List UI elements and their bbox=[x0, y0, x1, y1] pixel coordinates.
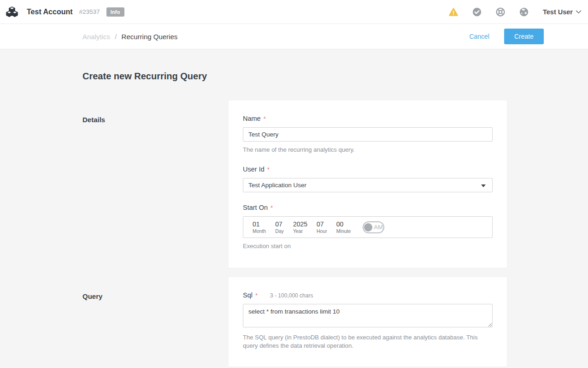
cubes-logo-icon[interactable] bbox=[6, 6, 18, 18]
page-title: Create new Recurring Query bbox=[82, 71, 588, 82]
select-caret-icon bbox=[481, 184, 486, 187]
globe-icon[interactable] bbox=[519, 7, 529, 17]
start-on-label: Start On bbox=[243, 204, 268, 211]
help-lifebuoy-icon[interactable] bbox=[495, 7, 506, 17]
details-card: Name * The name of the recurring analyti… bbox=[229, 101, 507, 268]
sql-field: Sql * 3 - 100,000 chars select * from tr… bbox=[243, 291, 493, 350]
user-id-selected-value: Test Application User bbox=[248, 182, 306, 189]
account-id: #23537 bbox=[79, 8, 100, 15]
year-label: Year bbox=[293, 228, 307, 234]
check-circle-icon[interactable] bbox=[472, 7, 482, 17]
breadcrumb-bar: Analytics / Recurring Queries Cancel Cre… bbox=[0, 24, 588, 49]
sql-required-mark: * bbox=[255, 292, 258, 299]
year-value: 2025 bbox=[293, 220, 307, 228]
sql-label: Sql bbox=[243, 291, 253, 299]
name-label-row: Name * bbox=[243, 115, 493, 122]
query-section: Query Sql * 3 - 100,000 chars select * f… bbox=[82, 277, 588, 367]
name-label: Name bbox=[243, 115, 261, 122]
user-menu[interactable]: Test User bbox=[543, 8, 582, 16]
name-required-mark: * bbox=[264, 115, 266, 122]
hour-value: 07 bbox=[317, 220, 327, 228]
account-name: Test Account bbox=[27, 8, 73, 16]
breadcrumb: Analytics / Recurring Queries bbox=[82, 33, 177, 41]
hour-label: Hour bbox=[317, 228, 327, 234]
user-id-label: User Id bbox=[243, 166, 265, 173]
day-label: Day bbox=[275, 228, 284, 234]
name-help-text: The name of the recurring analytics quer… bbox=[243, 146, 493, 154]
sql-textarea[interactable]: select * from transactions limit 10 bbox=[243, 304, 493, 327]
month-segment[interactable]: 01 Month bbox=[253, 220, 266, 234]
user-name: Test User bbox=[543, 8, 573, 16]
topbar-left: Test Account #23537 Info bbox=[6, 6, 124, 18]
breadcrumb-analytics[interactable]: Analytics bbox=[82, 33, 110, 41]
topbar: Test Account #23537 Info bbox=[0, 0, 588, 24]
query-section-label: Query bbox=[82, 277, 229, 367]
minute-value: 00 bbox=[336, 220, 351, 228]
details-section-label: Details bbox=[82, 101, 229, 268]
sql-help-text: The SQL query (in PrestoDB dialect) to b… bbox=[243, 333, 493, 350]
start-on-label-row: Start On * bbox=[243, 204, 493, 211]
meridiem-label: AM bbox=[374, 224, 383, 231]
name-field: Name * The name of the recurring analyti… bbox=[243, 115, 493, 154]
start-on-required-mark: * bbox=[270, 204, 273, 211]
create-button[interactable]: Create bbox=[504, 29, 544, 44]
breadcrumb-current: Recurring Queries bbox=[122, 33, 178, 41]
name-input[interactable] bbox=[243, 127, 493, 142]
user-id-label-row: User Id * bbox=[243, 166, 493, 173]
minute-label: Minute bbox=[336, 228, 351, 234]
toggle-knob bbox=[364, 223, 372, 231]
breadcrumb-separator: / bbox=[115, 33, 117, 41]
user-id-required-mark: * bbox=[267, 166, 270, 173]
minute-segment[interactable]: 00 Minute bbox=[336, 220, 351, 234]
details-section: Details Name * The name of the recurring… bbox=[82, 101, 588, 268]
day-segment[interactable]: 07 Day bbox=[275, 220, 284, 234]
sql-label-row: Sql * 3 - 100,000 chars bbox=[243, 291, 493, 299]
user-id-select[interactable]: Test Application User bbox=[243, 178, 493, 192]
topbar-right: Test User bbox=[435, 7, 582, 17]
start-on-help-text: Execution start on bbox=[243, 242, 493, 250]
query-card: Sql * 3 - 100,000 chars select * from tr… bbox=[229, 277, 507, 367]
month-value: 01 bbox=[253, 220, 266, 228]
form-actions: Cancel Create bbox=[469, 29, 544, 44]
day-value: 07 bbox=[275, 220, 284, 228]
hour-segment[interactable]: 07 Hour bbox=[317, 220, 327, 234]
cancel-button[interactable]: Cancel bbox=[469, 33, 489, 40]
am-pm-toggle[interactable]: AM bbox=[363, 221, 384, 233]
user-id-field: User Id * Test Application User bbox=[243, 166, 493, 192]
year-segment[interactable]: 2025 Year bbox=[293, 220, 307, 234]
page-body: Create new Recurring Query Details Name … bbox=[0, 49, 588, 367]
sql-chars-hint: 3 - 100,000 chars bbox=[270, 292, 313, 299]
chevron-down-icon bbox=[576, 10, 582, 14]
warning-icon[interactable] bbox=[448, 7, 459, 17]
month-label: Month bbox=[253, 228, 266, 234]
start-on-datetime-picker: 01 Month 07 Day 2025 Year 07 Hour bbox=[243, 216, 493, 238]
info-badge[interactable]: Info bbox=[106, 7, 124, 17]
start-on-field: Start On * 01 Month 07 Day 2025 Year bbox=[243, 204, 493, 250]
